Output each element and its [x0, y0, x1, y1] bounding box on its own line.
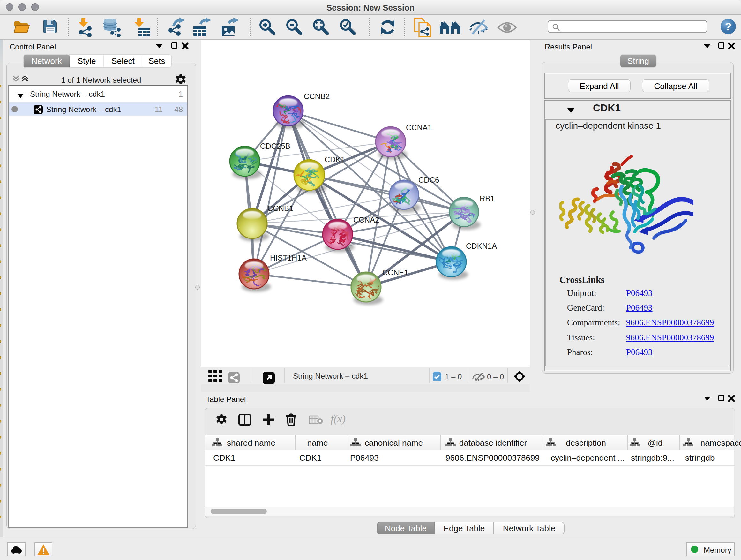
svg-text:CCNA1: CCNA1 [406, 123, 432, 132]
svg-text:CCNA2: CCNA2 [353, 215, 379, 224]
svg-text:CDC25B: CDC25B [260, 142, 290, 150]
svg-text:CDK1: CDK1 [325, 155, 345, 164]
svg-text:CDKN1A: CDKN1A [466, 242, 497, 250]
svg-text:HIST1H1A: HIST1H1A [270, 253, 307, 262]
svg-text:CDC6: CDC6 [418, 176, 439, 184]
svg-text:?: ? [725, 20, 732, 33]
svg-text:RB1: RB1 [480, 194, 495, 203]
svg-text:CCNB1: CCNB1 [267, 204, 293, 212]
svg-text:CCNE1: CCNE1 [382, 268, 408, 277]
svg-text:CCNB2: CCNB2 [304, 92, 330, 101]
